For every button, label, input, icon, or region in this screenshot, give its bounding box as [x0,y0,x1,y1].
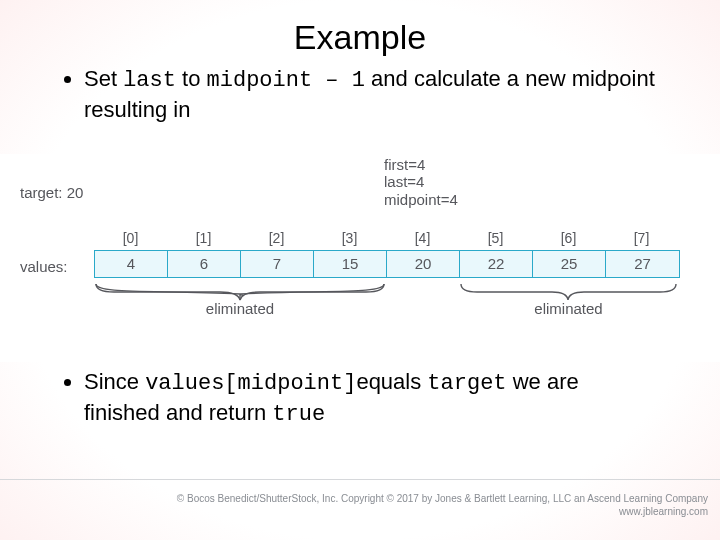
b2-pre: Since [84,369,145,394]
state-block: first=4 last=4 midpoint=4 [384,156,458,208]
b1-code1: last [123,68,176,93]
index-cell: [7] [605,230,678,246]
value-cell: 15 [314,251,387,277]
state-last: last=4 [384,173,458,190]
b2-code2: target [427,371,506,396]
bullet-list-bottom: Since values[midpoint]equals target we a… [0,368,720,429]
index-cell: [4] [386,230,459,246]
value-cell: 6 [168,251,241,277]
page-title: Example [0,0,720,57]
footer-line2: www.jblearning.com [177,506,708,519]
value-cell: 7 [241,251,314,277]
footer-line1: © Bocos Benedict/ShutterStock, Inc. Copy… [177,493,708,506]
value-cell: 25 [533,251,606,277]
value-cell: 4 [95,251,168,277]
index-cell: [6] [532,230,605,246]
index-row: [0] [1] [2] [3] [4] [5] [6] [7] [94,230,678,246]
brace-left: eliminated [94,282,386,322]
b2-mid1: equals [356,369,427,394]
state-midpoint: midpoint=4 [384,191,458,208]
b1-pre: Set [84,66,123,91]
b1-code2: midpoint – 1 [207,68,365,93]
brace-right: eliminated [459,282,678,322]
footer-credits: © Bocos Benedict/ShutterStock, Inc. Copy… [177,493,708,518]
bullet-2: Since values[midpoint]equals target we a… [84,368,660,429]
index-cell: [0] [94,230,167,246]
brace-right-label: eliminated [534,300,602,317]
b2-code1: values[midpoint] [145,371,356,396]
brace-left-label: eliminated [206,300,274,317]
target-label: target: 20 [20,184,83,201]
curly-brace-icon [94,282,386,302]
value-cell: 20 [387,251,460,277]
curly-brace-icon [459,282,678,302]
array-figure: target: 20 first=4 last=4 midpoint=4 val… [0,154,720,362]
bullet-list-top: Set last to midpoint – 1 and calculate a… [0,57,720,124]
index-cell: [5] [459,230,532,246]
b2-code3: true [272,402,325,427]
index-cell: [1] [167,230,240,246]
index-cell: [2] [240,230,313,246]
values-row: 4 6 7 15 20 22 25 27 [94,250,680,278]
value-cell: 27 [606,251,679,277]
footer-rule [0,479,720,480]
b1-mid1: to [176,66,207,91]
bullet-1: Set last to midpoint – 1 and calculate a… [84,65,660,124]
value-cell: 22 [460,251,533,277]
values-label: values: [20,258,68,275]
state-first: first=4 [384,156,458,173]
index-cell: [3] [313,230,386,246]
